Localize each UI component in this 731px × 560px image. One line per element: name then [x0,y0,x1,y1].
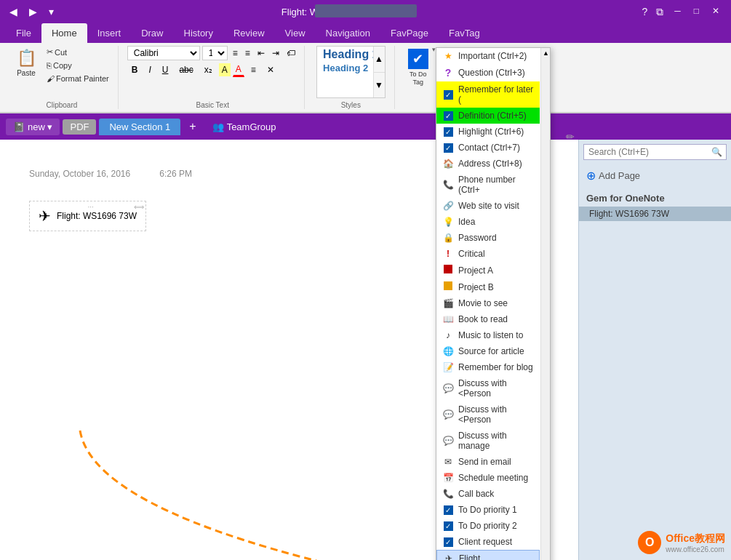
project-b-icon [442,281,454,292]
edit-page-button[interactable]: ✏ [566,131,575,143]
section-tab[interactable]: New Section 1 [99,119,180,135]
article-icon: 🌐 [442,346,454,356]
bold-button[interactable]: B [127,63,143,76]
tab-file[interactable]: File [6,23,41,43]
cut-button[interactable]: ✂ Cut [44,46,112,58]
help-button[interactable]: ? [638,4,651,20]
section-label: New Section 1 [109,121,170,132]
minimize-button[interactable]: ─ [668,4,687,20]
menu-item-important[interactable]: ★ Important (Ctrl+2) [436,48,540,64]
add-section-button[interactable]: + [183,117,201,136]
page-list: Gem for OneNote Flight: WS1696 73W [579,187,731,224]
heading1-style[interactable]: Heading 1 [323,48,378,61]
paste-button[interactable]: 📋 Paste [12,46,41,81]
styles-scroll-down[interactable]: ▼ [374,73,385,98]
tab-home[interactable]: Home [41,23,87,43]
outdent-button[interactable]: ⇤ [255,47,268,60]
menu-item-website[interactable]: 🔗 Web site to visit [436,198,540,214]
strikethrough-button[interactable]: abc [175,63,197,76]
menu-item-book[interactable]: 📖 Book to read [436,311,540,327]
menu-item-phone[interactable]: 📞 Phone number (Ctrl+ [436,172,540,198]
menu-item-article[interactable]: 🌐 Source for article [436,343,540,359]
page-list-item[interactable]: Flight: WS1696 73W [579,207,731,221]
tab-history[interactable]: History [174,23,223,43]
font-selector[interactable]: Calibri [127,46,200,60]
tag-button[interactable]: 🏷 [284,47,298,60]
resize-handle[interactable]: ⟺ [134,203,144,211]
discuss3-label: Discuss with manage [458,431,534,451]
bulb-icon: 💡 [442,217,454,227]
remember-label: Remember for later ( [458,84,534,105]
menu-item-critical[interactable]: ! Critical [436,246,540,262]
clipboard-group: 📋 Paste ✂ Cut ⎘ Copy 🖌 Format Painter [6,46,119,109]
menu-item-flight[interactable]: ✈ Flight [436,550,540,560]
font-color-button[interactable]: A [233,63,244,77]
nav-buttons: ◀ ▶ ▾ [6,4,57,19]
menu-item-password[interactable]: 🔒 Password [436,230,540,246]
callback-label: Call back [458,489,494,499]
menu-item-contact[interactable]: ✓ Contact (Ctrl+7) [436,140,540,156]
menu-item-remember[interactable]: ✓ Remember for later ( [436,81,540,108]
menu-item-todo2[interactable]: ✓ To Do priority 2 [436,518,540,534]
menu-item-question[interactable]: ? Question (Ctrl+3) [436,64,540,81]
definition-label: Definition (Ctrl+5) [458,111,527,121]
more-nav-button[interactable]: ▾ [45,4,57,19]
search-input[interactable] [583,144,727,160]
menu-item-sendemail[interactable]: ✉ Send in email [436,454,540,470]
heading2-style[interactable]: Heading 2 [323,63,378,73]
list-button[interactable]: ≡ [230,47,241,60]
format-painter-button[interactable]: 🖌 Format Painter [44,73,112,84]
tab-favtag[interactable]: FavTag [439,23,490,43]
subscript-button[interactable]: x₂ [200,63,217,76]
menu-item-discuss1[interactable]: 💬 Discuss with <Person [436,375,540,401]
menu-item-address[interactable]: 🏠 Address (Ctrl+8) [436,156,540,172]
menu-item-schedule[interactable]: 📅 Schedule meeting [436,470,540,486]
menu-item-movie[interactable]: 🎬 Movie to see [436,295,540,311]
menu-item-definition[interactable]: ✓ Definition (Ctrl+5) [436,108,540,124]
italic-button[interactable]: I [144,63,155,76]
note-block[interactable]: ··· ⟺ ✈ Flight: WS1696 73W [29,201,146,231]
menu-item-idea[interactable]: 💡 Idea [436,214,540,230]
menu-item-discuss3[interactable]: 💬 Discuss with manage [436,428,540,454]
back-button[interactable]: ◀ [6,4,21,19]
tab-navigation[interactable]: Navigation [316,23,380,43]
menu-item-music[interactable]: ♪ Music to listen to [436,327,540,343]
forward-button[interactable]: ▶ [25,4,41,19]
tab-view[interactable]: View [275,23,316,43]
clear-format-button[interactable]: ✕ [263,63,279,76]
tab-review[interactable]: Review [223,23,275,43]
menu-item-todo1[interactable]: ✓ To Do priority 1 [436,502,540,518]
ordered-list-button[interactable]: ≡ [242,47,253,60]
maximize-button[interactable]: □ [688,4,705,20]
team-group-tab[interactable]: 👥 TeamGroup [205,119,284,135]
tab-favpage[interactable]: FavPage [380,23,439,43]
menu-item-callback[interactable]: 📞 Call back [436,486,540,502]
menu-item-discuss2[interactable]: 💬 Discuss with <Person [436,401,540,428]
menu-item-projecta[interactable]: Project A [436,262,540,279]
menu-item-blog[interactable]: 📝 Remember for blog [436,359,540,375]
size-selector[interactable]: 11 [202,46,228,60]
close-button[interactable]: ✕ [706,4,725,20]
styles-scroll-up[interactable]: ▲ [374,47,385,73]
underline-button[interactable]: U [158,63,173,76]
indent-button[interactable]: ⇥ [269,47,282,60]
copy-button[interactable]: ⎘ Copy [44,60,112,71]
new-notebook-button[interactable]: 📓 new ▾ [6,119,60,135]
add-page-button[interactable]: ⊕ Add Page [579,164,731,187]
todo1-label: To Do priority 1 [458,505,517,515]
menu-item-highlight[interactable]: ✓ Highlight (Ctrl+6) [436,124,540,140]
menu-item-client[interactable]: ✓ Client request [436,534,540,550]
todo-tag-button[interactable]: ✔ To DoTag ▾ [404,46,433,89]
brand-container: Office教程网 www.office26.com [666,532,725,553]
restore-button[interactable]: ⧉ [652,4,667,20]
plane-icon: ✈ [443,553,455,560]
pdf-button[interactable]: PDF [63,119,96,135]
highlight-button[interactable]: A [219,63,231,76]
styles-preview[interactable]: Heading 1 Heading 2 ▲ ▼ [316,46,385,98]
tab-draw[interactable]: Draw [131,23,173,43]
styles-group: Heading 1 Heading 2 ▲ ▼ Styles [308,46,395,109]
menu-item-projectb[interactable]: Project B [436,279,540,295]
tab-insert[interactable]: Insert [87,23,132,43]
align-button[interactable]: ≡ [247,63,260,76]
menu-scroll-up[interactable]: ▲ [541,48,550,58]
